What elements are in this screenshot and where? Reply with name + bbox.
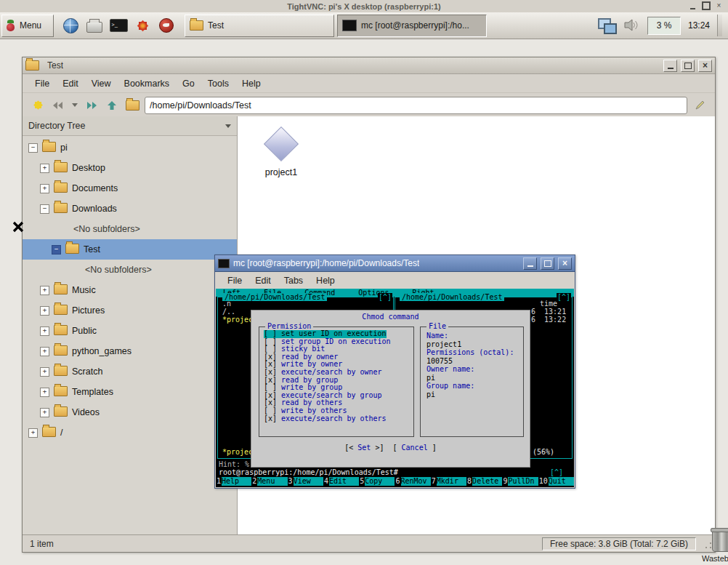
shell-prompt[interactable]: root@raspberrypi:/home/pi/Downloads/Test…	[219, 468, 398, 476]
mc-hint-line: Hint: %	[219, 460, 249, 468]
fkey-pulldn[interactable]: 9PullDn	[502, 477, 538, 486]
mc-menu-tabs[interactable]: Tabs	[278, 273, 310, 288]
fkey-quit[interactable]: 10Quit	[538, 477, 574, 486]
tree-expander-icon[interactable]: +	[40, 286, 49, 295]
history-dropdown-icon[interactable]	[70, 97, 79, 113]
function-key-bar: 1Help2Menu3View4Edit5Copy6RenMov7Mkdir8D…	[216, 477, 574, 486]
tree-expander-icon[interactable]: +	[40, 347, 49, 356]
tree-item-label: /	[60, 428, 62, 438]
trash-label: Wastebask	[700, 554, 728, 563]
vnc-maximize-icon[interactable]	[701, 1, 711, 10]
file-item-project1[interactable]: project1	[254, 125, 309, 177]
tree-expander-icon[interactable]: +	[28, 428, 38, 438]
tree-item-label: Public	[72, 326, 97, 336]
fm-minimize-button[interactable]	[663, 60, 677, 72]
tree-expander-icon[interactable]: +	[40, 184, 49, 193]
fm-menu-tools[interactable]: Tools	[201, 76, 235, 91]
tree-expander-icon[interactable]: +	[40, 408, 49, 417]
tree-item-no-subfolders[interactable]: <No subfolders>	[23, 260, 237, 280]
cpu-monitor[interactable]: 3 %	[647, 17, 681, 35]
tree-item-test[interactable]: −Test	[23, 239, 237, 260]
mc-titlebar[interactable]: mc [root@raspberrypi]:/home/pi/Downloads…	[215, 255, 575, 272]
tree-expander-icon[interactable]: +	[40, 164, 49, 173]
right-panel-path[interactable]: /home/pi/Downloads/Test	[400, 293, 504, 301]
claws-mail-launcher[interactable]	[155, 15, 177, 36]
tree-item-public[interactable]: +Public	[23, 321, 237, 341]
up-icon[interactable]	[104, 97, 120, 113]
perm-checkbox-execute-search-by-others[interactable]: [x] execute/search by others	[264, 415, 387, 423]
fkey-help[interactable]: 1Help	[216, 477, 251, 486]
clock[interactable]: 13:24	[688, 20, 710, 31]
fkey-edit[interactable]: 4Edit	[323, 477, 359, 486]
fm-close-button[interactable]: ×	[698, 60, 712, 72]
tree-expander-icon[interactable]: +	[40, 388, 49, 397]
mc-maximize-button[interactable]	[541, 257, 554, 270]
mc-menu-edit[interactable]: Edit	[248, 273, 278, 288]
tree-item-python-games[interactable]: +python_games	[23, 341, 237, 361]
menu-button[interactable]: Menu	[1, 15, 54, 37]
tree-item-pictures[interactable]: +Pictures	[23, 300, 237, 321]
mc-menu-help[interactable]: Help	[310, 273, 341, 288]
tree-expander-icon[interactable]: +	[40, 326, 49, 336]
tree-item-item[interactable]: +/	[23, 422, 237, 443]
web-browser-launcher[interactable]	[60, 15, 81, 36]
tree-expander-icon[interactable]: −	[40, 204, 49, 214]
claws-mail-icon	[159, 18, 174, 33]
tree-item-music[interactable]: +Music	[23, 280, 237, 300]
vnc-titlebar[interactable]: TightVNC: pi's X desktop (raspberrypi:1)…	[0, 0, 728, 13]
terminal-screen[interactable]: LeftFileCommandOptionsRight /home/pi/Dow…	[216, 289, 574, 487]
volume-icon[interactable]	[624, 18, 640, 33]
tree-expander-icon[interactable]: −	[28, 143, 38, 153]
set-button[interactable]: [< Set >]	[344, 444, 384, 452]
tree-item-desktop[interactable]: +Desktop	[23, 158, 237, 178]
mc-menu-file[interactable]: File	[221, 273, 248, 288]
tree-item-documents[interactable]: +Documents	[23, 178, 237, 199]
sidebar-mode-select[interactable]: Directory Tree	[23, 116, 237, 136]
tree-item-pi[interactable]: −pi	[23, 137, 237, 158]
file-manager-launcher[interactable]	[84, 15, 105, 36]
fkey-renmov[interactable]: 6RenMov	[395, 477, 430, 486]
tree-item-scratch[interactable]: +Scratch	[23, 361, 237, 382]
chevron-down-icon	[225, 124, 231, 128]
tree-expander-icon[interactable]: +	[40, 367, 49, 377]
cancel-button[interactable]: [ Cancel ]	[393, 444, 437, 452]
tools-icon[interactable]	[692, 97, 708, 113]
tree-item-no-subfolders[interactable]: <No subfolders>	[23, 219, 237, 239]
fkey-copy[interactable]: 5Copy	[359, 477, 395, 486]
tree-item-videos[interactable]: +Videos	[23, 402, 237, 422]
network-icon[interactable]	[598, 18, 617, 33]
wastebasket-desktop-icon[interactable]: Wastebask	[700, 531, 728, 563]
fm-menu-help[interactable]: Help	[235, 76, 267, 91]
task-label: mc [root@raspberrypi]:/ho...	[361, 20, 469, 31]
forward-icon[interactable]	[84, 97, 100, 113]
taskbar-task-mc-root-raspberrypi-ho[interactable]: mc [root@raspberrypi]:/ho...	[337, 15, 487, 37]
new-tab-icon[interactable]	[30, 97, 46, 113]
fm-menu-file[interactable]: File	[28, 76, 56, 91]
fm-titlebar[interactable]: Test ×	[23, 57, 715, 74]
mc-minimize-button[interactable]	[523, 257, 537, 270]
taskbar-task-test[interactable]: Test	[185, 15, 334, 37]
home-icon[interactable]	[124, 97, 140, 113]
star-app-launcher[interactable]	[132, 15, 153, 36]
tree-expander-icon[interactable]: +	[40, 306, 49, 316]
tree-item-downloads[interactable]: −Downloads	[23, 199, 237, 219]
fkey-delete[interactable]: 8Delete	[466, 477, 502, 486]
tree-item-templates[interactable]: +Templates	[23, 382, 237, 402]
fm-menu-go[interactable]: Go	[176, 76, 201, 91]
fm-maximize-button[interactable]	[681, 60, 695, 72]
back-icon[interactable]	[50, 97, 66, 113]
fkey-menu[interactable]: 2Menu	[251, 477, 287, 486]
fkey-view[interactable]: 3View	[288, 477, 323, 486]
folder-icon	[42, 142, 56, 152]
mc-close-button[interactable]: ×	[558, 257, 572, 270]
fm-menu-edit[interactable]: Edit	[56, 76, 85, 91]
vnc-close-icon[interactable]: ×	[714, 1, 724, 10]
path-input[interactable]	[145, 97, 687, 114]
fm-menu-bookmarks[interactable]: Bookmarks	[118, 76, 177, 91]
fm-menu-view[interactable]: View	[85, 76, 118, 91]
vnc-minimize-icon[interactable]	[688, 1, 697, 10]
tree-expander-icon[interactable]: −	[52, 245, 61, 255]
file-info-value: pi	[426, 374, 514, 382]
fkey-mkdir[interactable]: 7Mkdir	[431, 477, 466, 486]
terminal-launcher[interactable]	[108, 15, 129, 36]
